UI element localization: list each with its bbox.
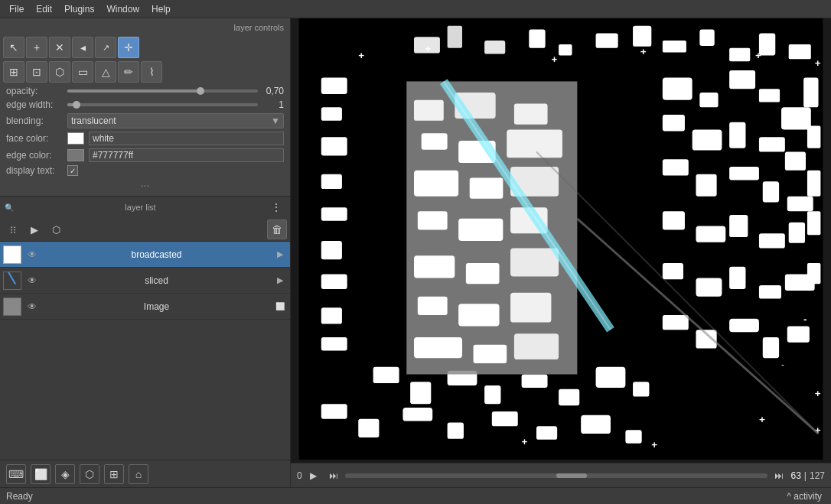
layer-eye-image[interactable]: 👁: [24, 299, 40, 314]
tool-arrow-right[interactable]: ↗: [95, 37, 116, 58]
svg-rect-33: [729, 215, 748, 237]
next-frame-btn[interactable]: ⏭: [325, 467, 342, 484]
layer-list-header: 🔍 layer list ⋮: [0, 197, 290, 218]
tool-select[interactable]: ↖: [3, 37, 24, 58]
svg-rect-57: [358, 419, 379, 437]
svg-rect-67: [321, 174, 342, 189]
tool-polygon[interactable]: ⬡: [49, 61, 70, 83]
face-color-label: face color:: [6, 133, 67, 144]
menu-edit[interactable]: Edit: [30, 2, 58, 16]
svg-rect-29: [787, 197, 813, 211]
bottom-tool-diamond[interactable]: ◈: [55, 464, 75, 484]
svg-rect-91: [422, 133, 448, 149]
svg-rect-18: [803, 78, 818, 108]
canvas-content: + + + + + + + + + - - + + +: [291, 18, 831, 460]
svg-rect-88: [414, 100, 444, 121]
layer-badge-image: ⬜: [273, 300, 287, 314]
svg-rect-27: [729, 167, 759, 180]
svg-rect-9: [699, 30, 714, 46]
blending-dropdown[interactable]: translucent ▼: [67, 113, 284, 128]
tool-triangle[interactable]: △: [95, 61, 116, 83]
bottom-tool-square[interactable]: ⬜: [31, 464, 51, 484]
tool-pen[interactable]: ✏: [118, 61, 139, 83]
svg-rect-105: [510, 293, 551, 323]
tool-grid[interactable]: ⊞: [3, 61, 24, 83]
svg-rect-55: [633, 382, 649, 396]
svg-rect-11: [759, 33, 775, 55]
bottom-toolbar: ⌨ ⬜ ◈ ⬡ ⊞ ⌂: [0, 460, 290, 487]
svg-rect-7: [633, 26, 651, 47]
svg-rect-62: [581, 415, 611, 434]
bottom-tool-terminal[interactable]: ⌨: [6, 464, 26, 484]
tool-path[interactable]: ⌇: [141, 61, 162, 83]
svg-rect-54: [596, 367, 626, 388]
frame-separator: |: [804, 470, 807, 481]
layer-list-menu-btn[interactable]: ⋮: [267, 198, 285, 216]
svg-rect-69: [321, 241, 342, 259]
layer-tool-select-arrow[interactable]: ▶: [24, 219, 44, 239]
tool-move[interactable]: ✛: [118, 37, 139, 58]
svg-rect-63: [625, 430, 641, 443]
display-text-label: display text:: [6, 165, 67, 176]
svg-text:+: +: [651, 439, 657, 450]
svg-rect-49: [410, 382, 431, 404]
activity-btn[interactable]: ^ activity: [784, 491, 825, 502]
svg-rect-68: [321, 207, 347, 220]
bottom-tool-home[interactable]: ⌂: [129, 464, 148, 484]
frame-info: 63 | 127: [790, 470, 825, 481]
svg-rect-64: [321, 78, 347, 94]
edge-width-label: edge width:: [6, 99, 67, 110]
tool-square[interactable]: ⊡: [26, 61, 47, 83]
layer-item-image[interactable]: 👁 Image ⬜: [0, 294, 290, 320]
edge-color-swatch[interactable]: [67, 149, 84, 161]
frame-scrubber[interactable]: [345, 473, 768, 478]
svg-rect-15: [729, 70, 755, 89]
face-color-text[interactable]: white: [89, 132, 284, 145]
layer-tool-shapes[interactable]: ⬡: [46, 219, 66, 239]
svg-rect-103: [418, 297, 448, 315]
tool-add[interactable]: +: [26, 37, 47, 58]
svg-rect-34: [759, 233, 785, 248]
layer-tool-dots[interactable]: ⁝⁝: [3, 219, 23, 239]
layers-toolbar: ⁝⁝ ▶ ⬡ 🗑: [0, 218, 290, 242]
menu-file[interactable]: File: [3, 2, 30, 16]
face-color-row: face color: white: [3, 132, 287, 145]
tool-remove[interactable]: ✕: [49, 37, 70, 58]
menu-help[interactable]: Help: [145, 2, 177, 16]
svg-rect-25: [663, 159, 689, 175]
menu-window[interactable]: Window: [100, 2, 145, 16]
svg-rect-37: [663, 263, 683, 279]
svg-rect-39: [729, 267, 745, 289]
svg-rect-6: [596, 33, 618, 47]
layer-eye-broadcasted[interactable]: 👁: [24, 247, 40, 262]
opacity-track[interactable]: [67, 89, 258, 93]
svg-rect-70: [321, 275, 347, 289]
play-btn[interactable]: ▶: [305, 467, 322, 484]
bottom-tool-hexagon[interactable]: ⬡: [80, 464, 99, 484]
svg-rect-53: [559, 389, 579, 405]
edge-color-text[interactable]: #777777ff: [89, 148, 284, 162]
layer-item-broadcasted[interactable]: 👁 broadcasted ▶: [0, 242, 290, 268]
bottom-tool-grid[interactable]: ⊞: [104, 464, 124, 484]
svg-text:+: +: [755, 50, 761, 61]
layer-eye-sliced[interactable]: 👁: [24, 273, 40, 288]
svg-rect-61: [536, 426, 557, 439]
canvas-svg: + + + + + + + + + - - + + +: [291, 18, 831, 460]
layer-thumb-broadcasted: [3, 245, 21, 264]
svg-rect-106: [414, 337, 462, 358]
edge-width-track[interactable]: [67, 103, 258, 106]
svg-rect-16: [759, 89, 780, 102]
svg-rect-66: [321, 137, 347, 155]
display-text-checkbox[interactable]: ✓: [67, 165, 78, 176]
canvas-bottom-bar: 0 ▶ ⏭ ⏭ 63 | 127: [291, 463, 831, 487]
end-frame-btn[interactable]: ⏭: [771, 467, 787, 484]
tool-arrow-left[interactable]: ◂: [72, 37, 93, 58]
status-text: Ready: [6, 491, 33, 502]
layer-delete-btn[interactable]: 🗑: [267, 219, 287, 239]
layer-item-sliced[interactable]: 👁 sliced ▶: [0, 268, 290, 294]
layer-list-title: layer list: [125, 203, 155, 212]
tool-rect[interactable]: ▭: [72, 61, 93, 83]
layer-name-sliced: sliced: [43, 275, 270, 286]
face-color-swatch[interactable]: [67, 132, 84, 145]
menu-plugins[interactable]: Plugins: [58, 2, 100, 16]
